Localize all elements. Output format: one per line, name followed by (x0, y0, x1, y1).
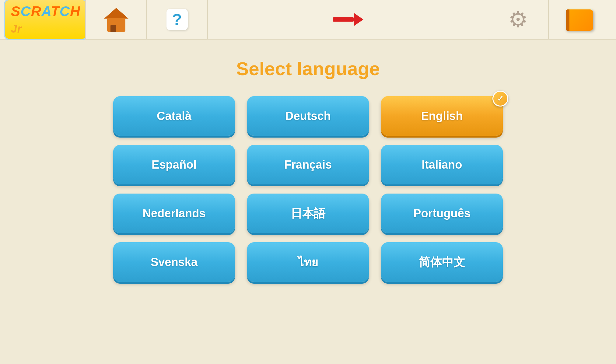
toolbar-spacer (208, 13, 488, 26)
toolbar: SCRATCH Jr ? ⚙ (0, 0, 616, 40)
app-logo[interactable]: SCRATCH Jr (6, 3, 85, 36)
page-title: Select language (236, 58, 380, 79)
gear-icon: ⚙ (506, 7, 530, 32)
selected-checkmark: ✓ (492, 91, 508, 107)
language-italiano[interactable]: Italiano (381, 145, 503, 184)
main-content: Select language Català Deutsch English ✓… (0, 40, 616, 364)
arrow-right-icon (333, 13, 363, 26)
language-catala[interactable]: Català (113, 96, 235, 136)
language-portugues[interactable]: Português (381, 194, 503, 233)
book-button[interactable] (549, 0, 610, 39)
help-icon: ? (166, 9, 188, 30)
language-grid: Català Deutsch English ✓ Español Françai… (113, 96, 503, 282)
home-button[interactable] (86, 0, 147, 39)
language-svenska[interactable]: Svenska (113, 242, 235, 282)
language-nederlands[interactable]: Nederlands (113, 194, 235, 233)
home-icon (104, 7, 128, 32)
book-icon (566, 8, 593, 31)
language-chinese[interactable]: 简体中文 (381, 242, 503, 282)
help-button[interactable]: ? (147, 0, 208, 39)
language-thai[interactable]: ไทย (247, 242, 369, 282)
language-deutsch[interactable]: Deutsch (247, 96, 369, 136)
settings-button[interactable]: ⚙ (488, 0, 549, 39)
language-english[interactable]: English ✓ (381, 96, 503, 136)
language-espanol[interactable]: Español (113, 145, 235, 184)
language-francais[interactable]: Français (247, 145, 369, 184)
language-japanese[interactable]: 日本語 (247, 194, 369, 233)
